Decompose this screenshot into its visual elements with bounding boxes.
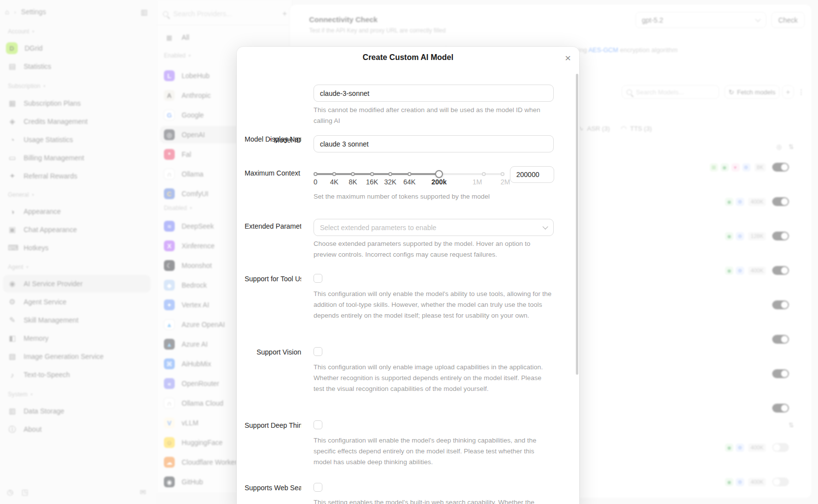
display-name-label-text: Model Display Name: [245, 135, 301, 143]
tool-use-label: Support for Tool Use: [245, 275, 301, 285]
model-id-input[interactable]: [314, 85, 554, 102]
chevron-down-icon: [542, 224, 548, 229]
max-context-help: Set the maximum number of tokens support…: [314, 191, 553, 202]
create-model-modal: Create Custom AI Model × *Model ID This …: [237, 47, 579, 504]
extended-params-help: Choose extended parameters supported by …: [314, 238, 553, 260]
slider-mark-200k[interactable]: 200k: [431, 178, 446, 186]
tool-use-checkbox[interactable]: [314, 274, 322, 283]
modal-scrollbar[interactable]: [576, 74, 578, 375]
modal-title: Create Custom AI Model: [237, 53, 579, 62]
web-search-help: This setting enables the model's built-i…: [314, 497, 553, 504]
slider-mark-8K[interactable]: 8K: [348, 178, 357, 186]
model-id-help: This cannot be modified after creation a…: [314, 105, 553, 126]
vision-checkbox[interactable]: [314, 347, 322, 356]
deep-thinking-label: Support Deep Thinking: [245, 421, 301, 431]
slider-dot[interactable]: [370, 172, 374, 176]
close-icon[interactable]: ×: [561, 51, 575, 65]
slider-dot[interactable]: [482, 172, 486, 176]
tool-use-label-text: Support for Tool Use: [245, 275, 301, 283]
max-context-value-input[interactable]: [510, 166, 554, 183]
vision-help: This configuration will only enable imag…: [314, 362, 553, 394]
slider-mark-1M[interactable]: 1M: [472, 178, 495, 190]
slider-dot[interactable]: [408, 172, 411, 176]
extended-params-select[interactable]: Select extended parameters to enable: [314, 219, 554, 236]
slider-mark-32K[interactable]: 32K: [384, 178, 397, 186]
slider-dot[interactable]: [332, 172, 336, 176]
slider-mark-64K[interactable]: 64K: [404, 178, 416, 186]
vision-label: Support Vision: [245, 348, 301, 358]
slider-dot[interactable]: [351, 172, 355, 176]
slider-dot[interactable]: [314, 172, 317, 176]
slider-mark-0[interactable]: 0: [314, 178, 317, 186]
max-context-slider[interactable]: 04K8K16K32K64K200k1M2M: [314, 165, 506, 190]
vision-label-text: Support Vision: [256, 348, 301, 356]
deep-thinking-help: This configuration will enable the model…: [314, 435, 553, 468]
slider-mark-16K[interactable]: 16K: [366, 178, 378, 186]
slider-mark-2M[interactable]: 2M: [501, 178, 504, 190]
extended-params-placeholder: Select extended parameters to enable: [320, 224, 437, 232]
deep-thinking-checkbox[interactable]: [314, 420, 322, 429]
slider-handle[interactable]: [435, 170, 443, 178]
app-root: ⌂ › Settings ▥ Account▾DDGrid▤Statistics…: [0, 0, 818, 504]
extended-params-label: Extended Parameters: [245, 222, 301, 232]
web-search-label-text: Supports Web Search: [245, 484, 301, 492]
tool-use-help: This configuration will only enable the …: [314, 289, 553, 321]
slider-dot[interactable]: [501, 172, 504, 176]
display-name-input[interactable]: [314, 135, 554, 152]
max-context-label: Maximum Context Length: [245, 169, 301, 179]
web-search-checkbox[interactable]: [314, 483, 322, 492]
extended-params-label-text: Extended Parameters: [245, 222, 301, 230]
slider-mark-4K[interactable]: 4K: [330, 178, 338, 186]
display-name-label: Model Display Name: [245, 135, 301, 145]
slider-dot[interactable]: [388, 172, 392, 176]
max-context-label-text: Maximum Context Length: [245, 169, 301, 177]
web-search-label: Supports Web Search: [245, 484, 301, 494]
deep-thinking-label-text: Support Deep Thinking: [245, 421, 301, 429]
